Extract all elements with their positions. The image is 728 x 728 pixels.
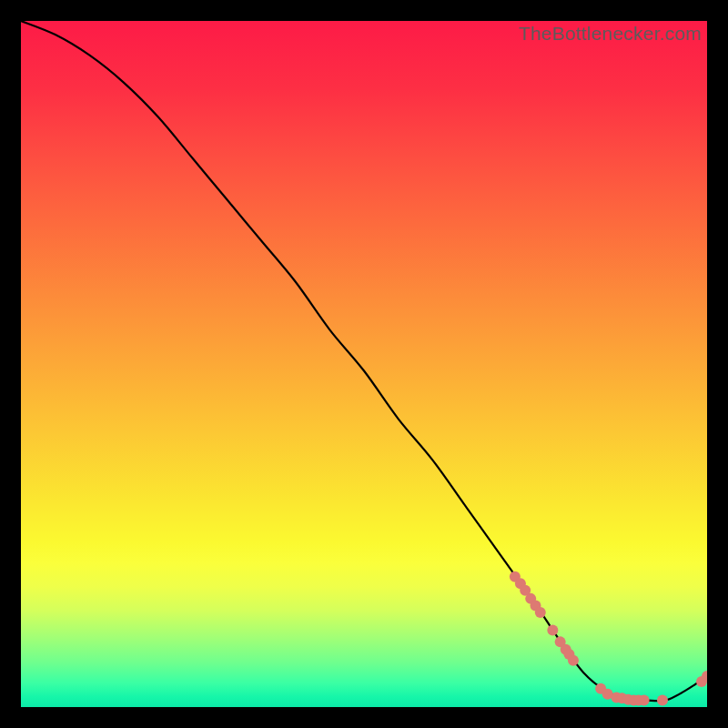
chart-frame: TheBottlenecker.com bbox=[0, 0, 728, 728]
watermark-text: TheBottlenecker.com bbox=[519, 23, 702, 45]
plot-area: TheBottlenecker.com bbox=[21, 21, 707, 707]
svg-rect-0 bbox=[21, 21, 707, 707]
gradient-background bbox=[21, 21, 707, 707]
